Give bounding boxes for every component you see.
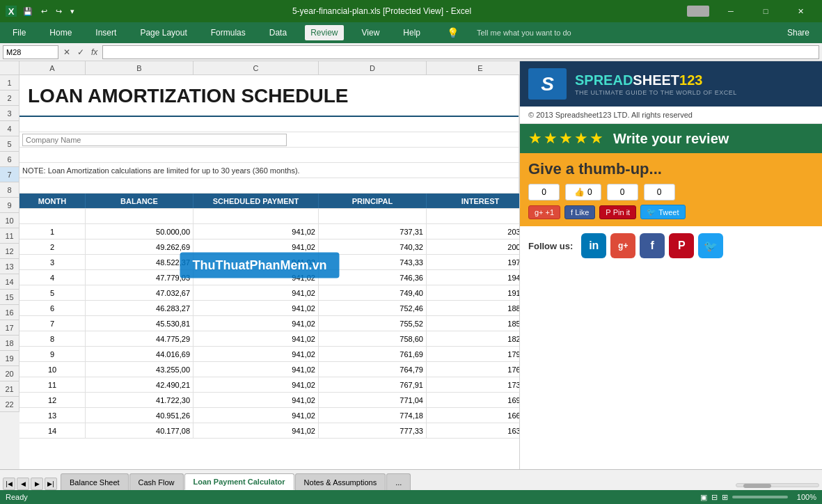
view-page-break-icon[interactable]: ⊞ [722, 493, 728, 502]
view-tab[interactable]: View [356, 25, 386, 40]
restore-btn[interactable]: □ [750, 0, 782, 22]
zoom-slider[interactable] [732, 496, 788, 498]
tell-me-input[interactable]: Tell me what you want to do [471, 26, 577, 40]
cell-balance-0[interactable]: 50.000,00 [86, 224, 193, 239]
cell-balance-11[interactable]: 41.722,30 [86, 393, 193, 407]
last-sheet-btn[interactable]: ▶| [45, 478, 57, 490]
cell-payment-1[interactable]: 941,02 [193, 239, 319, 254]
col-header-e[interactable]: E [427, 61, 519, 74]
cell-principal-10[interactable]: 767,91 [319, 377, 427, 392]
cell-balance-6[interactable]: 45.530,81 [86, 316, 193, 331]
cell-principal-11[interactable]: 771,04 [319, 393, 427, 407]
cell-month-11[interactable]: 12 [19, 393, 86, 407]
cell-month-3[interactable]: 4 [19, 270, 86, 285]
cell-principal-4[interactable]: 749,40 [319, 285, 427, 300]
cell-payment-0[interactable]: 941,02 [193, 224, 319, 239]
count-btn-4[interactable]: 0 [644, 184, 675, 200]
count-btn-1[interactable]: 0 [528, 184, 560, 200]
cell-interest-0[interactable]: 203,71 [427, 224, 519, 239]
cell-principal-7[interactable]: 758,60 [319, 331, 427, 346]
cell-interest-5[interactable]: 188,56 [427, 301, 519, 315]
cell-interest-4[interactable]: 191,62 [427, 285, 519, 300]
cell-balance-9[interactable]: 43.255,00 [86, 362, 193, 377]
cell-month-9[interactable]: 10 [19, 362, 86, 377]
confirm-formula-btn[interactable]: ✓ [75, 47, 86, 57]
view-normal-icon[interactable]: ▣ [700, 493, 707, 502]
cancel-formula-btn[interactable]: ✕ [61, 47, 72, 57]
cell-interest-11[interactable]: 169,98 [427, 393, 519, 407]
linkedin-icon[interactable]: in [581, 233, 606, 258]
cell-payment-2[interactable]: 941,02 [193, 255, 319, 269]
cell-month-7[interactable]: 8 [19, 331, 86, 346]
cell-interest-13[interactable]: 163,69 [427, 423, 519, 438]
cell-interest-10[interactable]: 173,11 [427, 377, 519, 392]
cell-month-6[interactable]: 7 [19, 316, 86, 331]
cell-principal-0[interactable]: 737,31 [319, 224, 427, 239]
formulas-tab[interactable]: Formulas [205, 25, 251, 40]
cell-principal-3[interactable]: 746,36 [319, 270, 427, 285]
save-quick-btn[interactable]: 💾 [21, 6, 35, 17]
help-tab[interactable]: Help [397, 25, 426, 40]
col-header-c[interactable]: C [193, 61, 319, 74]
cell-interest-7[interactable]: 182,42 [427, 331, 519, 346]
facebook-like-btn[interactable]: f Like [564, 205, 595, 219]
cell-balance-4[interactable]: 47.032,67 [86, 285, 193, 300]
file-tab[interactable]: File [7, 25, 31, 40]
cell-payment-3[interactable]: 941,02 [193, 270, 319, 285]
cell-interest-1[interactable]: 200,70 [427, 239, 519, 254]
cell-principal-6[interactable]: 755,52 [319, 316, 427, 331]
cell-balance-10[interactable]: 42.490,21 [86, 377, 193, 392]
tab-more[interactable]: ... [386, 473, 411, 490]
cell-month-2[interactable]: 3 [19, 255, 86, 269]
customize-quick-btn[interactable]: ▾ [68, 6, 77, 17]
cell-payment-6[interactable]: 941,02 [193, 316, 319, 331]
col-header-a[interactable]: A [19, 61, 86, 74]
prev-sheet-btn[interactable]: ◀ [17, 478, 29, 490]
cell-payment-12[interactable]: 941,02 [193, 408, 319, 423]
pinterest-follow-icon[interactable]: P [669, 233, 694, 258]
gplus-btn[interactable]: g+ +1 [528, 205, 560, 219]
cell-interest-3[interactable]: 194,66 [427, 270, 519, 285]
next-sheet-btn[interactable]: ▶ [31, 478, 43, 490]
cell-month-4[interactable]: 5 [19, 285, 86, 300]
cell-month-0[interactable]: 1 [19, 224, 86, 239]
company-name-cell[interactable] [19, 132, 519, 147]
cell-balance-12[interactable]: 40.951,26 [86, 408, 193, 423]
cell-reference-box[interactable]: M28 [3, 45, 58, 59]
company-name-input[interactable] [22, 134, 287, 146]
minimize-btn[interactable]: ─ [715, 0, 747, 22]
review-area[interactable]: ★★★★★ Write your review [520, 124, 822, 153]
cell-interest-2[interactable]: 197,69 [427, 255, 519, 269]
cell-interest-9[interactable]: 176,23 [427, 362, 519, 377]
close-btn[interactable]: ✕ [784, 0, 816, 22]
cell-principal-13[interactable]: 777,33 [319, 423, 427, 438]
tab-loan-payment[interactable]: Loan Payment Calculator [184, 473, 294, 490]
cell-interest-8[interactable]: 179,33 [427, 347, 519, 361]
cell-balance-7[interactable]: 44.775,29 [86, 331, 193, 346]
cell-principal-8[interactable]: 761,69 [319, 347, 427, 361]
h-scroll-thumb[interactable] [743, 484, 771, 488]
tab-balance-sheet[interactable]: Balance Sheet [61, 473, 129, 490]
view-layout-icon[interactable]: ⊟ [711, 493, 718, 502]
cell-balance-3[interactable]: 47.779,03 [86, 270, 193, 285]
cell-principal-2[interactable]: 743,33 [319, 255, 427, 269]
cell-balance-5[interactable]: 46.283,27 [86, 301, 193, 315]
cell-balance-1[interactable]: 49.262,69 [86, 239, 193, 254]
cell-payment-13[interactable]: 941,02 [193, 423, 319, 438]
cell-month-8[interactable]: 9 [19, 347, 86, 361]
data-tab[interactable]: Data [264, 25, 292, 40]
cell-month-10[interactable]: 11 [19, 377, 86, 392]
like-btn[interactable]: 👍 0 [565, 184, 601, 200]
profile-icon[interactable] [687, 6, 709, 17]
cell-balance-8[interactable]: 44.016,69 [86, 347, 193, 361]
home-tab[interactable]: Home [44, 25, 77, 40]
cell-interest-6[interactable]: 185,50 [427, 316, 519, 331]
write-review-btn[interactable]: Write your review [613, 131, 729, 147]
cell-payment-5[interactable]: 941,02 [193, 301, 319, 315]
col-header-b[interactable]: B [86, 61, 193, 74]
cell-payment-11[interactable]: 941,02 [193, 393, 319, 407]
cell-month-12[interactable]: 13 [19, 408, 86, 423]
gplus-follow-icon[interactable]: g+ [610, 233, 635, 258]
tab-cash-flow[interactable]: Cash Flow [129, 473, 184, 490]
cell-payment-4[interactable]: 941,02 [193, 285, 319, 300]
